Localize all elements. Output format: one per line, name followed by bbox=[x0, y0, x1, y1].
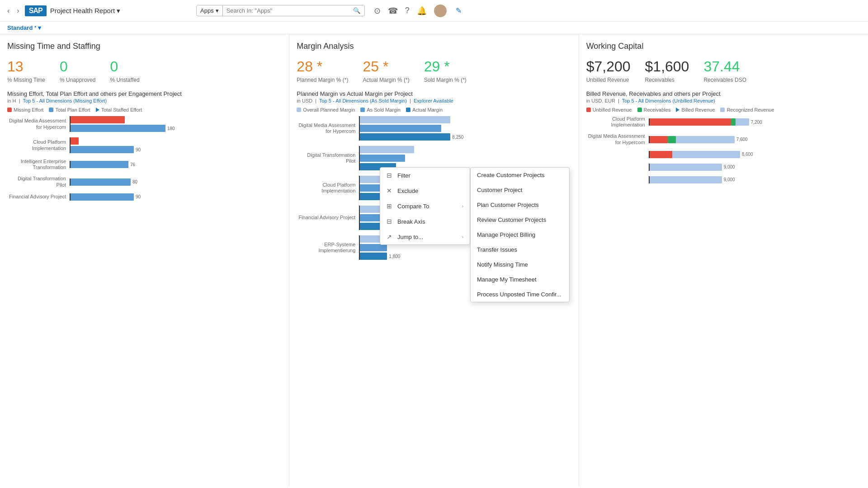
wc-chart-link[interactable]: Top 5 - All Dimensions (Unbilled Revenue… bbox=[622, 98, 715, 103]
bar-num: 80 bbox=[132, 179, 137, 184]
legend-missing-effort-dot bbox=[7, 108, 12, 112]
legend-missing-effort-label: Missing Effort bbox=[14, 107, 43, 113]
break-axis-icon: ⊟ bbox=[387, 218, 394, 225]
bar-recv bbox=[668, 136, 676, 143]
section-missing-time-title: Missing Time and Staffing bbox=[7, 42, 282, 51]
kpi-missing-time-value: 13 bbox=[7, 58, 45, 75]
search-type-selector[interactable]: Apps ▾ bbox=[197, 5, 223, 16]
legend-recognized: Recognized Revenue bbox=[720, 107, 774, 113]
chart-baseline bbox=[649, 136, 650, 143]
kpi-sold-margin: 29 * Sold Margin % (*) bbox=[424, 58, 467, 83]
back-button[interactable]: ‹ bbox=[5, 5, 11, 17]
submenu-process-unposted[interactable]: Process Unposted Time Confir... bbox=[471, 287, 569, 302]
kpi-dso-label: Receivables DSO bbox=[703, 77, 746, 83]
legend-missing-effort: Missing Effort bbox=[7, 107, 43, 113]
bar-label: Intelligent Enterprise Transformation bbox=[7, 159, 66, 170]
legend-total-plan: Total Plan Effort bbox=[49, 107, 90, 113]
bar-label: Digital Transformation Pilot bbox=[7, 176, 66, 188]
legend-as-sold-dot bbox=[360, 108, 365, 112]
kpi-missing-time: 13 % Missing Time bbox=[7, 58, 45, 83]
app-title: Project Health Report bbox=[50, 7, 115, 14]
submenu-plan-customer-projects[interactable]: Plan Customer Projects bbox=[471, 197, 569, 212]
chart-baseline bbox=[359, 176, 360, 200]
bar-recog bbox=[672, 151, 740, 158]
submenu-review-customer-projects[interactable]: Review Customer Projects bbox=[471, 212, 569, 227]
table-row: Intelligent Enterprise Transformation 76 bbox=[7, 159, 282, 170]
forward-button[interactable]: › bbox=[15, 5, 21, 17]
table-row: Digital Media Assessment for Hypercom 8,… bbox=[297, 116, 571, 141]
margin-chart-link1[interactable]: Top 5 - All Dimensions (As Sold Margin) bbox=[319, 98, 407, 103]
table-row: Cloud Platform Implementation 90 bbox=[7, 137, 282, 153]
search-button[interactable]: 🔍 bbox=[349, 5, 364, 16]
legend-unbilled: Unbilled Revenue bbox=[586, 107, 632, 113]
legend-total-staffed: Total Staffed Effort bbox=[96, 107, 142, 113]
kpi-sold-margin-label: Sold Margin % (*) bbox=[424, 77, 467, 83]
jump-to-submenu: Create Customer Projects Customer Projec… bbox=[470, 167, 570, 302]
context-menu-exclude[interactable]: ✕ Exclude bbox=[380, 183, 470, 198]
bars-container: 180 bbox=[70, 116, 282, 132]
legend-unbilled-dot bbox=[586, 108, 591, 112]
context-menu-compare[interactable]: ⊞ Compare To › bbox=[380, 198, 470, 214]
context-menu-jump-to[interactable]: ↗ Jump to... › bbox=[380, 229, 470, 244]
kpi-unbilled-value: $7,200 bbox=[586, 58, 631, 75]
chart-baseline bbox=[649, 176, 650, 183]
margin-explorer-link[interactable]: Explorer Available bbox=[414, 98, 453, 103]
submenu-manage-project-billing[interactable]: Manage Project Billing bbox=[471, 227, 569, 242]
app-title-container: Project Health Report ▾ bbox=[50, 7, 120, 15]
context-menu-break-axis[interactable]: ⊟ Break Axis bbox=[380, 214, 470, 229]
bars-container bbox=[359, 146, 571, 170]
submenu-transfer-issues[interactable]: Transfer Issues bbox=[471, 242, 569, 257]
submenu-create-customer-projects[interactable]: Create Customer Projects bbox=[471, 168, 569, 183]
chart-baseline bbox=[70, 137, 71, 153]
submenu-manage-my-timesheet[interactable]: Manage My Timesheet bbox=[471, 272, 569, 287]
bar-label: Cloud Platform Implementation bbox=[586, 116, 645, 128]
bar-actual bbox=[360, 133, 450, 141]
legend-overall-planned-dot bbox=[297, 108, 301, 112]
legend-billed: Billed Revenue bbox=[676, 107, 715, 113]
submenu-customer-project[interactable]: Customer Project bbox=[471, 183, 569, 197]
search-input[interactable] bbox=[223, 5, 349, 16]
bar-label: Digital Media Assessment for Hypercom bbox=[7, 118, 66, 130]
search-type-label: Apps bbox=[200, 7, 214, 14]
info-icon[interactable]: ? bbox=[405, 6, 410, 15]
title-chevron: ▾ bbox=[117, 7, 120, 15]
bars-container: 9,000 bbox=[649, 176, 861, 183]
legend-as-sold-label: As Sold Margin bbox=[367, 107, 401, 113]
context-jump-to-label: Jump to... bbox=[397, 234, 423, 240]
chart-baseline bbox=[359, 116, 360, 141]
kpi-dso: 37.44 Receivables DSO bbox=[703, 58, 746, 83]
bar-sold bbox=[360, 244, 387, 251]
notification-icon[interactable]: 🔔 bbox=[417, 6, 427, 16]
chart-baseline bbox=[70, 178, 71, 186]
kpi-receivables-label: Receivables bbox=[645, 77, 689, 83]
bar-planned bbox=[360, 146, 414, 153]
bar-num: 9,000 bbox=[724, 164, 735, 169]
kpi-unstaffed-label: % Unstaffed bbox=[110, 77, 139, 83]
legend-recognized-dot bbox=[720, 108, 725, 112]
user-avatar[interactable] bbox=[434, 5, 447, 17]
bar-num: 7,200 bbox=[751, 120, 762, 125]
help-icon[interactable]: ☎ bbox=[388, 6, 398, 16]
view-modified-indicator: * bbox=[34, 25, 36, 30]
bars-container: 9,000 bbox=[649, 164, 861, 171]
kpi-sold-margin-value: 29 * bbox=[424, 58, 467, 75]
chart-baseline bbox=[359, 206, 360, 230]
bars-container: 7,600 bbox=[649, 136, 861, 143]
bar-sold bbox=[360, 155, 405, 162]
bar-label: Digital Media Assessment for Hypercom bbox=[297, 122, 355, 134]
context-break-axis-label: Break Axis bbox=[397, 218, 425, 225]
view-selector[interactable]: Standard * ▾ bbox=[7, 24, 41, 31]
kpi-missing-time-label: % Missing Time bbox=[7, 77, 45, 83]
legend-actual-margin-dot bbox=[406, 108, 410, 112]
submenu-notify-missing-time[interactable]: Notify Missing Time bbox=[471, 257, 569, 272]
section-working-capital-title: Working Capital bbox=[586, 42, 861, 51]
main-content: Missing Time and Staffing 13 % Missing T… bbox=[0, 34, 868, 486]
chart-baseline bbox=[649, 151, 650, 158]
edit-page-icon[interactable]: ✎ bbox=[456, 6, 462, 15]
legend-total-plan-dot bbox=[49, 108, 53, 112]
copilot-icon[interactable]: ⊙ bbox=[374, 6, 381, 16]
missing-chart-link[interactable]: Top 5 - All Dimensions (Missing Effort) bbox=[23, 98, 107, 103]
context-compare-label: Compare To bbox=[397, 203, 429, 210]
context-menu-filter[interactable]: ⊟ Filter bbox=[380, 168, 470, 183]
kpi-unapproved-label: % Unapproved bbox=[60, 77, 95, 83]
